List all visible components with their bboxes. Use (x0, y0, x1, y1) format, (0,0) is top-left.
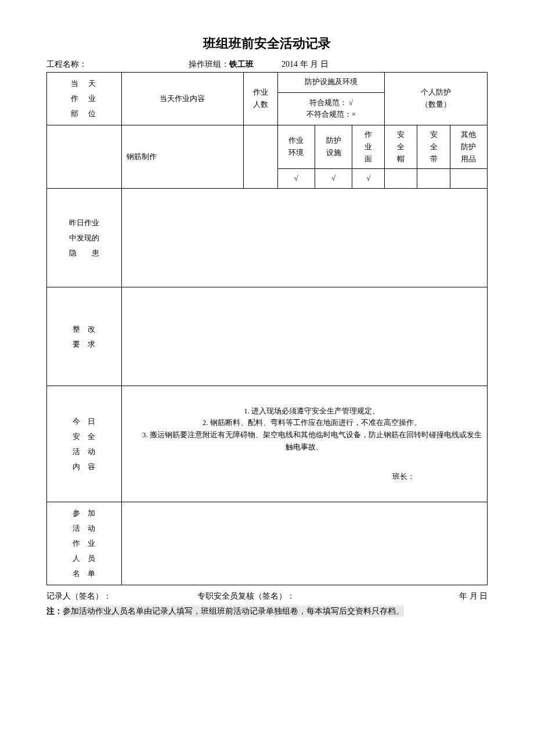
subhead-helmet: 安 全 帽 (385, 125, 417, 169)
date-field: 2014 年 月 日 (282, 59, 329, 70)
today-activity-text: 1. 进入现场必须遵守安全生产管理规定。 2. 钢筋断料、配料、弯料等工作应在地… (124, 405, 485, 453)
document-title: 班组班前安全活动记录 (46, 35, 488, 52)
cell-rectify (121, 287, 487, 386)
mark-env: √ (277, 169, 315, 189)
label-yesterday-hazard: 昨日作业 中发现的 隐 患 (47, 189, 122, 287)
cell-yesterday-hazard (121, 189, 487, 287)
recorder-signature: 记录人（签名）： (46, 591, 197, 602)
label-attendees: 参 加 活 动 作 业 人 员 名 单 (47, 502, 122, 585)
label-rectify: 整 改 要 求 (47, 287, 122, 386)
cell-attendees (121, 502, 487, 585)
footer-signatures: 记录人（签名）： 专职安全员复核（签名）： 年 月 日 (46, 591, 488, 602)
footer-date: 年 月 日 (348, 591, 488, 602)
project-name-field: 工程名称： (46, 59, 189, 70)
team-leader-signature: 班长： (124, 471, 485, 483)
subhead-other-ppe: 其他 防护 用品 (450, 125, 487, 169)
note-text: 参加活动作业人员名单由记录人填写，班组班前活动记录单独组卷，每本填写后交资料只存… (63, 606, 404, 617)
footnote: 注：参加活动作业人员名单由记录人填写，班组班前活动记录单独组卷，每本填写后交资料… (46, 606, 488, 617)
record-table: 当 天 作 业 部 位 当天作业内容 作业 人数 防护设施及环境 个人防护 （数… (46, 72, 488, 585)
subhead-facility: 防护 设施 (315, 125, 352, 169)
reviewer-signature: 专职安全员复核（签名）： (197, 591, 348, 602)
meta-line: 工程名称： 操作班组：铁工班 2014 年 月 日 (46, 59, 488, 70)
subhead-workface: 作 业 面 (352, 125, 385, 169)
header-spec-note: 符合规范： √ 不符合规范：× (277, 92, 385, 125)
team-value: 铁工班 (229, 60, 254, 69)
mark-facility: √ (315, 169, 352, 189)
note-label: 注： (46, 607, 63, 615)
header-protection-env: 防护设施及环境 (277, 73, 385, 93)
team-field: 操作班组：铁工班 (189, 59, 282, 70)
header-work-position: 当 天 作 业 部 位 (47, 73, 122, 125)
mark-belt (417, 169, 450, 189)
mark-workface: √ (352, 169, 385, 189)
subhead-belt: 安 全 带 (417, 125, 450, 169)
header-ppe: 个人防护 （数量） (385, 73, 488, 125)
team-label: 操作班组： (189, 60, 229, 69)
header-worker-count: 作业 人数 (244, 73, 277, 125)
header-work-content: 当天作业内容 (121, 73, 243, 125)
mark-helmet (385, 169, 417, 189)
subhead-env: 作业 环境 (277, 125, 315, 169)
cell-work-position (47, 125, 122, 189)
cell-work-content: 钢筋制作 (121, 125, 243, 189)
label-today-activity: 今 日 安 全 活 动 内 容 (47, 386, 122, 502)
mark-other-ppe (450, 169, 487, 189)
cell-today-activity: 1. 进入现场必须遵守安全生产管理规定。 2. 钢筋断料、配料、弯料等工作应在地… (121, 386, 487, 502)
cell-worker-count (244, 125, 277, 189)
